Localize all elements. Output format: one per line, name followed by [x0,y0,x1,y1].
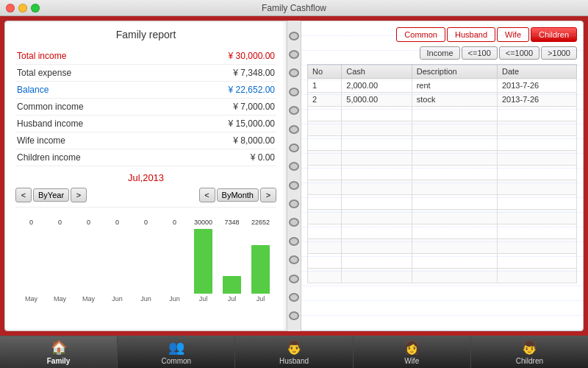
table-row-empty [308,136,577,151]
spiral-ring [289,125,299,134]
chart-month: Jun [112,295,123,302]
bar-container [47,227,73,294]
year-next-button[interactable]: > [71,188,87,202]
month-next-button[interactable]: > [260,188,276,202]
filter-tabs: Common Husband Wife Children [307,27,577,42]
report-value: ¥ 7,348.00 [168,65,276,82]
chart-month: Jul [228,295,237,302]
spiral-ring [289,181,299,190]
chart-month: May [82,295,95,302]
filter-lte100[interactable]: <=100 [462,46,498,60]
spiral-ring [289,106,299,115]
spiral-ring [289,144,299,152]
data-table: No Cash Description Date 1 2,000.00 rent… [307,64,577,283]
maximize-button[interactable] [31,4,40,13]
spiral-ring [289,293,299,302]
chart-col: 0 Jun [162,219,187,302]
col-date: Date [498,65,577,79]
report-title: Family report [15,29,276,40]
tabbar-label: Common [162,357,192,365]
report-row: Balance ¥ 22,652.00 [15,82,276,99]
col-cash: Cash [342,65,412,79]
table-row-empty [308,195,577,210]
filter-lte1000[interactable]: <=1000 [499,46,539,60]
chart-month: May [54,295,66,302]
report-value: ¥ 8,000.00 [168,132,276,149]
tab-wife[interactable]: Wife [497,27,529,42]
chart-area: 0 May 0 May 0 May 0 Jun 0 Jun 0 Jun [15,207,276,302]
report-label: Wife income [15,132,168,149]
report-row: Wife income ¥ 8,000.00 [15,132,276,149]
chart-value: 7348 [224,219,239,226]
tabbar-item-children[interactable]: 👦 Children [471,336,588,368]
report-value: ¥ 15,000.00 [168,116,276,132]
cell-date: 2013-7-26 [498,93,577,107]
report-value: ¥ 30,000.00 [168,48,276,65]
close-button[interactable] [6,4,15,13]
report-label: Common income [15,99,168,116]
spiral-ring [289,275,299,283]
chart-value: 22652 [251,219,270,226]
tabbar-item-common[interactable]: 👥 Common [118,336,235,368]
tab-children[interactable]: Children [531,27,577,42]
minimize-button[interactable] [18,4,27,13]
chart-col: 0 May [47,219,73,302]
filter-income[interactable]: Income [420,46,459,60]
main-content: Family report Total income ¥ 30,000.00 T… [0,16,588,336]
table-row-empty [308,121,577,136]
tabbar-item-husband[interactable]: 👨 Husband [235,336,353,368]
bar-container [219,227,245,294]
cell-no: 1 [308,79,342,93]
report-row: Total expense ¥ 7,348.00 [15,65,276,82]
spiral-ring [289,88,299,96]
tab-husband[interactable]: Husband [447,27,495,42]
spiral-ring [289,50,299,59]
chart-month: Jul [257,295,265,302]
wife-icon: 👩 [404,339,420,355]
chart-value: 0 [144,219,148,226]
report-value: ¥ 0.00 [168,149,276,166]
report-label: Husband income [15,116,168,132]
spiral-ring [289,311,299,320]
tabbar-label: Children [516,357,543,365]
report-label: Total income [15,48,168,65]
filter-gt1000[interactable]: >1000 [541,46,577,60]
spiral-ring [289,255,299,264]
year-prev-button[interactable]: < [15,188,32,202]
bar-container [162,227,187,294]
table-row-empty [308,180,577,195]
window-title: Family Cashflow [262,3,326,13]
chart-value: 30000 [194,219,212,226]
chart-col: 0 Jun [133,219,159,302]
report-row: Husband income ¥ 15,000.00 [15,116,276,132]
chart-col: 30000 Jul [190,219,216,302]
chart-value: 0 [87,219,90,226]
bar-container [190,227,216,294]
cell-no: 2 [308,93,342,107]
bar-container [133,227,159,294]
report-table: Total income ¥ 30,000.00 Total expense ¥… [15,48,276,166]
tab-common[interactable]: Common [396,27,445,42]
table-row[interactable]: 2 5,000.00 stock 2013-7-26 [308,93,577,107]
report-value: ¥ 7,000.00 [168,99,276,116]
table-row-empty [308,107,577,121]
report-row: Children income ¥ 0.00 [15,149,276,166]
chart-value: 0 [173,219,176,226]
spiral-ring [289,237,299,246]
year-nav: < ByYear > [15,188,87,202]
cell-desc: rent [412,79,497,93]
spiral-ring [289,32,299,40]
filter-row: Income <=100 <=1000 >1000 [307,46,577,60]
bar-container [18,227,44,294]
tabbar-label: Husband [279,357,309,365]
month-prev-button[interactable]: < [199,188,215,202]
cell-date: 2013-7-26 [498,79,577,93]
table-row[interactable]: 1 2,000.00 rent 2013-7-26 [308,79,577,93]
chart-value: 0 [58,219,62,226]
tabbar-item-family[interactable]: 🏠 Family [0,336,118,368]
chart-value: 0 [29,219,33,226]
bar [223,276,241,294]
spiral-binding [287,21,301,331]
children-icon: 👦 [521,339,537,355]
tabbar-item-wife[interactable]: 👩 Wife [354,336,471,368]
